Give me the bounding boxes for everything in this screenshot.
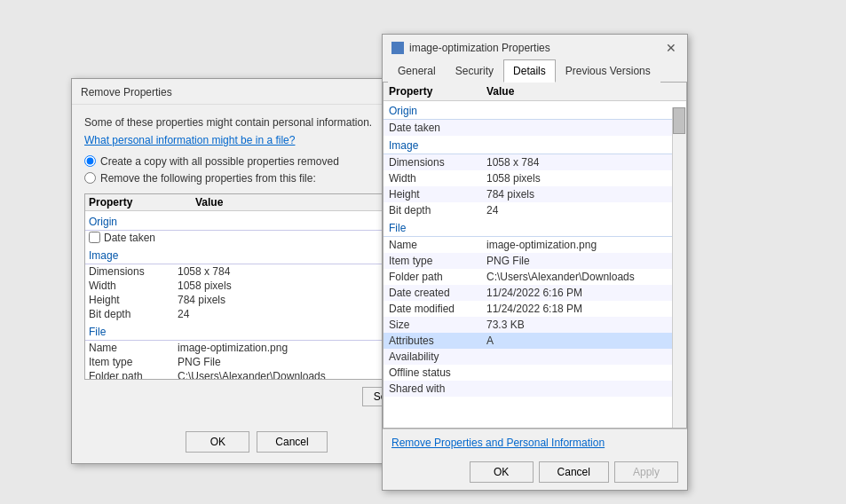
- props-title: image-optimization Properties: [409, 42, 550, 54]
- details-row-date-modified: Date modified 11/24/2022 6:18 PM: [383, 301, 686, 317]
- tab-security[interactable]: Security: [446, 59, 503, 83]
- details-row-size: Size 73.3 KB: [383, 317, 686, 333]
- scroll-track[interactable]: [672, 107, 686, 428]
- prop-row-bitdepth: Bit depth 24: [85, 307, 428, 321]
- tabs-bar: General Security Details Previous Versio…: [383, 59, 687, 83]
- radio-label-copy[interactable]: Create a copy with all possible properti…: [84, 155, 429, 168]
- props-cancel-button[interactable]: Cancel: [539, 461, 609, 483]
- prop-row-name: Name image-optimization.png: [85, 341, 428, 355]
- details-section-image: Image: [383, 136, 686, 154]
- props-list-header: Property Value: [85, 194, 428, 211]
- props-footer: OK Cancel Apply: [383, 456, 687, 490]
- radio-label-remove[interactable]: Remove the following properties from thi…: [84, 172, 429, 185]
- close-button[interactable]: ✕: [664, 41, 678, 55]
- details-row-offline-status: Offline status: [383, 365, 686, 381]
- props-content: Property Value Origin Date taken Image D…: [383, 83, 687, 429]
- tab-details[interactable]: Details: [503, 59, 556, 83]
- prop-row-folderpath: Folder path C:\Users\Alexander\Downloads: [85, 369, 428, 380]
- checkbox-date-taken[interactable]: [89, 232, 100, 243]
- remove-ok-button[interactable]: OK: [186, 431, 249, 453]
- prop-row-width: Width 1058 pixels: [85, 279, 428, 293]
- details-row-dimensions: Dimensions 1058 x 784: [383, 154, 686, 170]
- details-row-itemtype: Item type PNG File: [383, 253, 686, 269]
- radio-copy[interactable]: [84, 155, 96, 167]
- section-file-remove: File: [85, 323, 428, 341]
- details-row-availability: Availability: [383, 349, 686, 365]
- details-row-bitdepth: Bit depth 24: [383, 202, 686, 218]
- props-titlebar: image-optimization Properties ✕: [383, 35, 687, 59]
- props-list-container: Property Value Origin Date taken Image D…: [84, 193, 429, 380]
- prop-row-height: Height 784 pixels: [85, 293, 428, 307]
- details-row-date-taken: Date taken: [383, 120, 686, 136]
- section-origin-remove: Origin: [85, 213, 428, 231]
- remove-props-title: Remove Properties: [81, 86, 172, 98]
- details-row-name: Name image-optimization.png: [383, 237, 686, 253]
- details-row-folderpath: Folder path C:\Users\Alexander\Downloads: [383, 269, 686, 285]
- radio-group: Create a copy with all possible properti…: [84, 155, 429, 185]
- scroll-thumb[interactable]: [673, 107, 685, 134]
- remove-props-desc: Some of these properties might contain p…: [84, 115, 429, 130]
- radio-remove[interactable]: [84, 172, 96, 184]
- details-section-origin: Origin: [383, 101, 686, 120]
- props-link-bar: Remove Properties and Personal Informati…: [383, 429, 687, 456]
- prop-row-itemtype: Item type PNG File: [85, 355, 428, 369]
- details-scroll[interactable]: Origin Date taken Image Dimensions 1058 …: [383, 101, 686, 412]
- personal-info-link[interactable]: What personal information might be in a …: [84, 134, 429, 146]
- details-row-shared-with: Shared with: [383, 381, 686, 397]
- prop-row-dimensions: Dimensions 1058 x 784: [85, 264, 428, 279]
- props-apply-button[interactable]: Apply: [614, 461, 678, 483]
- remove-cancel-button[interactable]: Cancel: [257, 431, 327, 453]
- remove-props-link[interactable]: Remove Properties and Personal Informati…: [391, 437, 605, 449]
- props-ok-button[interactable]: OK: [470, 461, 534, 483]
- details-row-width: Width 1058 pixels: [383, 170, 686, 186]
- details-section-file: File: [383, 218, 686, 237]
- details-row-attributes: Attributes A: [383, 333, 686, 349]
- details-table-header: Property Value: [383, 83, 686, 101]
- window-icon: [391, 42, 404, 54]
- tab-general[interactable]: General: [388, 59, 446, 83]
- props-dialog: image-optimization Properties ✕ General …: [382, 34, 688, 491]
- tab-previous-versions[interactable]: Previous Versions: [556, 59, 660, 83]
- prop-row-date-taken: Date taken: [85, 231, 428, 245]
- details-row-date-created: Date created 11/24/2022 6:16 PM: [383, 285, 686, 301]
- section-image-remove: Image: [85, 247, 428, 264]
- details-row-height: Height 784 pixels: [383, 186, 686, 202]
